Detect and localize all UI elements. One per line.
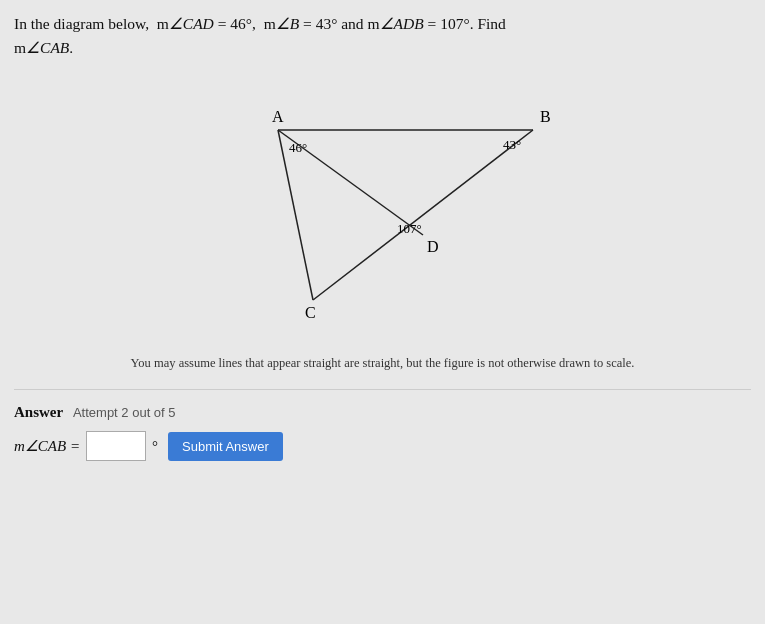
- label-D: D: [427, 238, 439, 255]
- problem-text: In the diagram below, m∠CAD = 46°, m∠B =…: [14, 12, 751, 60]
- submit-button[interactable]: Submit Answer: [168, 432, 283, 461]
- label-C: C: [305, 304, 316, 321]
- answer-input[interactable]: [86, 431, 146, 461]
- answer-section: Answer Attempt 2 out of 5 m∠CAB = ° Subm…: [14, 389, 751, 461]
- attempt-label: Attempt 2 out of 5: [73, 405, 176, 420]
- svg-line-3: [313, 130, 533, 300]
- geometry-diagram: A B C D 46° 43° 107°: [173, 70, 593, 350]
- label-A: A: [272, 108, 284, 125]
- degree-symbol: °: [152, 438, 158, 455]
- svg-line-1: [278, 130, 313, 300]
- angle-CAD-label: 46°: [289, 140, 307, 155]
- angle-B-label: 43°: [503, 137, 521, 152]
- diagram-note: You may assume lines that appear straigh…: [14, 356, 751, 371]
- equation-label: m∠CAB =: [14, 437, 80, 455]
- angle-ADB-label: 107°: [397, 221, 422, 236]
- diagram-container: A B C D 46° 43° 107°: [14, 70, 751, 350]
- answer-label: Answer: [14, 404, 63, 420]
- label-B: B: [540, 108, 551, 125]
- answer-row: m∠CAB = ° Submit Answer: [14, 431, 751, 461]
